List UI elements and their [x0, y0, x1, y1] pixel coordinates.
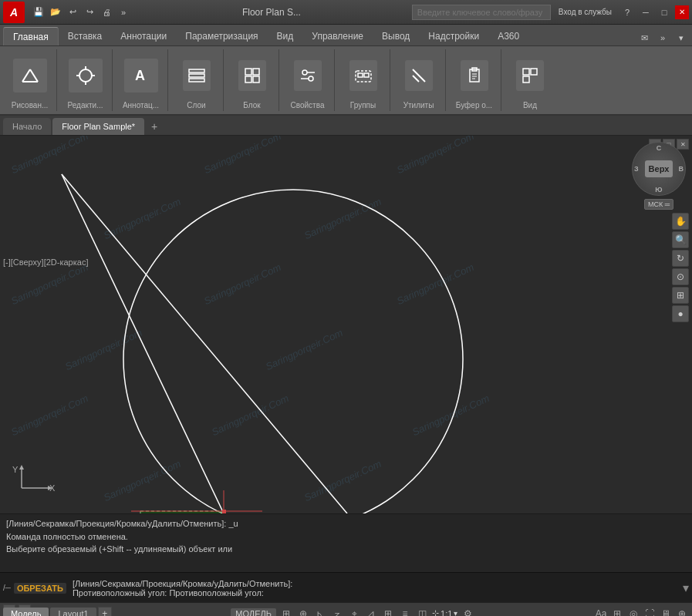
osnap-icon[interactable]: ⌖	[347, 607, 361, 617]
rt-pan-btn[interactable]: ✋	[672, 213, 689, 230]
doc-tab-add-btn[interactable]: +	[146, 118, 163, 135]
ribbon-group-label-gruppy: Группы	[350, 101, 376, 109]
rt-showmotion-btn[interactable]: ⊙	[672, 268, 689, 285]
ribbon-tab-vyvod[interactable]: Вывод	[373, 27, 419, 45]
lineweight-icon[interactable]: ≡	[398, 607, 412, 617]
hardware-icon[interactable]: 🖥	[659, 607, 673, 617]
ribbon-minimize-btn[interactable]: ▾	[673, 30, 689, 45]
layout-tab-layout1[interactable]: Layout1	[50, 608, 96, 617]
snap-icon[interactable]: ⊕	[296, 607, 310, 617]
cmd-options-area: [Линия/Секрамка/Проекция/Кромка/уДалить/…	[73, 579, 683, 597]
nav-cube-circle[interactable]: С Ю З В Верх	[632, 142, 686, 196]
cmd-scroll-btn[interactable]: ▾	[683, 581, 689, 595]
login-btn[interactable]: Вход в службы	[554, 5, 616, 20]
ribbon-mail-btn[interactable]: ✉	[636, 30, 652, 45]
qa-more-btn[interactable]: »	[116, 5, 131, 20]
draw-icon[interactable]	[13, 59, 47, 93]
nav-cube-top-btn[interactable]: Верх	[645, 160, 673, 177]
qa-save-btn[interactable]: 💾	[31, 5, 46, 20]
layout-tab-model[interactable]: Модель	[3, 608, 49, 617]
groups-icon[interactable]	[349, 60, 377, 91]
qa-redo-btn[interactable]: ↪	[82, 5, 97, 20]
svg-point-33	[123, 190, 463, 513]
qa-undo-btn[interactable]: ↩	[65, 5, 80, 20]
search-input[interactable]	[412, 5, 551, 20]
svg-line-35	[62, 174, 347, 513]
title-bar-left: A 💾 📂 ↩ ↪ 🖨 »	[3, 2, 131, 23]
doc-tab-nachalo[interactable]: Начало	[3, 118, 51, 135]
rt-extents-btn[interactable]: ⊞	[672, 287, 689, 304]
ribbon-group-label-redaktirovanie: Редакти...	[68, 101, 103, 109]
cmd-history-line-1: [Линия/Секрамка/Проекция/Кромка/уДалить/…	[6, 517, 686, 530]
ribbon-tab-annotacii[interactable]: Аннотации	[111, 27, 176, 45]
restore-btn[interactable]: □	[657, 5, 672, 20]
ribbon-group-icons-bufer	[461, 51, 488, 99]
help-btn[interactable]: ?	[619, 5, 635, 20]
annotation-icon[interactable]: Aa	[594, 607, 608, 617]
add-layout-btn[interactable]: +	[98, 607, 112, 617]
otrack-icon[interactable]: ⊿	[364, 607, 378, 617]
ribbon-group-icons-blok	[238, 51, 266, 99]
polar-icon[interactable]: ⦢	[330, 607, 344, 617]
svg-rect-39	[222, 510, 226, 513]
annotate-icon[interactable]: A	[124, 59, 158, 93]
grid-icon[interactable]: ⊞	[279, 607, 293, 617]
ribbon-more-btn[interactable]: »	[655, 30, 670, 45]
rt-orbit-btn[interactable]: ↻	[672, 250, 689, 267]
transparency-icon[interactable]: ◫	[415, 607, 429, 617]
settings-icon[interactable]: ⚙	[461, 607, 474, 617]
qa-print-btn[interactable]: 🖨	[99, 5, 114, 20]
svg-line-0	[22, 69, 30, 82]
properties-icon[interactable]	[294, 60, 322, 91]
ribbon-tab-parametrizaciya[interactable]: Параметризация	[176, 27, 267, 45]
cmd-history-line-3: Выберите обрезаемый (+Shift -- удлиняемы…	[6, 543, 686, 556]
ribbon-tab-nadstroyki[interactable]: Надстройки	[419, 27, 488, 45]
ribbon-group-vid: Вид	[503, 49, 557, 111]
fullscreen-icon[interactable]: ⛶	[643, 607, 657, 617]
ribbon-group-label-annotacii: Аннотац...	[123, 101, 159, 109]
ribbon-group-icons-redaktirovanie	[69, 51, 103, 99]
ribbon-panel: Рисован... Редакти... A А	[0, 46, 692, 116]
nav-cube[interactable]: С Ю З В Верх	[632, 142, 686, 196]
ribbon-group-label-utility: Утилиты	[403, 101, 434, 109]
scale-value[interactable]: 1:1	[441, 609, 452, 617]
model-space-btn[interactable]: МОДЕЛЬ	[231, 608, 276, 617]
edit-icon[interactable]	[69, 59, 103, 93]
layers-icon[interactable]	[183, 60, 211, 91]
nav-south-label: Ю	[655, 186, 662, 194]
rt-zoom-btn[interactable]: 🔍	[672, 231, 689, 248]
isolate-icon[interactable]: ◎	[626, 607, 640, 617]
msk-badge[interactable]: МСК ═	[644, 199, 673, 210]
svg-text:X: X	[49, 483, 56, 493]
drawing-canvas[interactable]	[0, 136, 679, 513]
dynmode-icon[interactable]: ⊞	[381, 607, 395, 617]
scale-dropdown-icon[interactable]: ▾	[454, 609, 457, 616]
clipboard-icon[interactable]	[461, 60, 488, 91]
block-icon[interactable]	[238, 60, 266, 91]
ortho-icon[interactable]: ⊾	[313, 607, 327, 617]
extra-icon[interactable]: ⊕	[675, 607, 689, 617]
ribbon-tab-upravlenie[interactable]: Управление	[302, 27, 373, 45]
ribbon-group-utility: Утилиты	[392, 49, 446, 111]
svg-rect-10	[189, 74, 204, 77]
ribbon-tab-glavnaya[interactable]: Главная	[3, 27, 59, 45]
nav-east-label: В	[679, 165, 684, 173]
right-toolbar: ✋ 🔍 ↻ ⊙ ⊞ ●	[672, 213, 689, 322]
minimize-btn[interactable]: ─	[638, 5, 653, 20]
ribbon-tab-vid[interactable]: Вид	[268, 27, 303, 45]
svg-rect-15	[253, 76, 259, 82]
autocad-logo[interactable]: A	[3, 2, 25, 23]
rt-record-btn[interactable]: ●	[672, 305, 689, 322]
workspace-icon[interactable]: ⊞	[610, 607, 624, 617]
close-btn[interactable]: ✕	[675, 5, 689, 19]
view-icon[interactable]	[516, 60, 544, 91]
status-right: Aa ⊞ ◎ ⛶ 🖥 ⊕	[594, 607, 689, 617]
doc-tab-floorplan[interactable]: Floor Plan Sample*	[52, 118, 144, 135]
viewport-controls: С Ю З В Верх МСК ═	[632, 142, 686, 210]
qa-open-btn[interactable]: 📂	[48, 5, 63, 20]
doc-tabs: Начало Floor Plan Sample* +	[0, 116, 692, 136]
ribbon-tab-a360[interactable]: A360	[488, 27, 528, 45]
ribbon-group-label-blok: Блок	[243, 101, 260, 109]
ribbon-tab-vstavka[interactable]: Вставка	[59, 27, 112, 45]
utilities-icon[interactable]	[405, 60, 433, 91]
